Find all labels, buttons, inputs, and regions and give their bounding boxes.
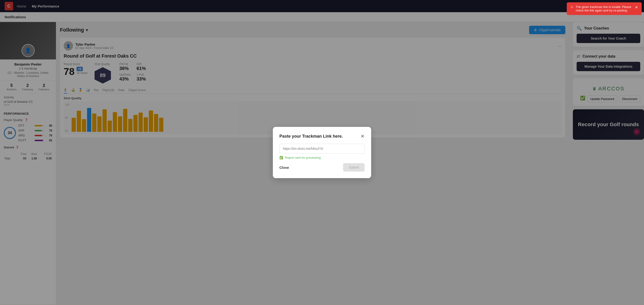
- modal-footer: Close Submit: [280, 163, 364, 172]
- toast-error: ⚠ The given trackman link is invalid. Pl…: [567, 2, 642, 15]
- success-icon: ✅: [280, 156, 283, 160]
- modal-close-btn[interactable]: ✕: [360, 134, 364, 139]
- modal-overlay: Paste your Trackman Link here. ✕ ✅ Repor…: [0, 0, 644, 304]
- modal-close-text-btn[interactable]: Close: [280, 166, 289, 170]
- modal-success-msg: ✅ Report sent for processing: [280, 156, 364, 160]
- toast-close-icon[interactable]: ✕: [635, 5, 638, 10]
- modal-title: Paste your Trackman Link here.: [280, 134, 343, 139]
- modal-header: Paste your Trackman Link here. ✕: [280, 134, 364, 139]
- trackman-modal: Paste your Trackman Link here. ✕ ✅ Repor…: [273, 127, 371, 178]
- toast-icon: ⚠: [570, 5, 573, 9]
- modal-submit-btn[interactable]: Submit: [343, 163, 364, 172]
- trackman-link-input[interactable]: [280, 144, 364, 154]
- toast-message: The given trackman link is invalid. Plea…: [576, 5, 632, 12]
